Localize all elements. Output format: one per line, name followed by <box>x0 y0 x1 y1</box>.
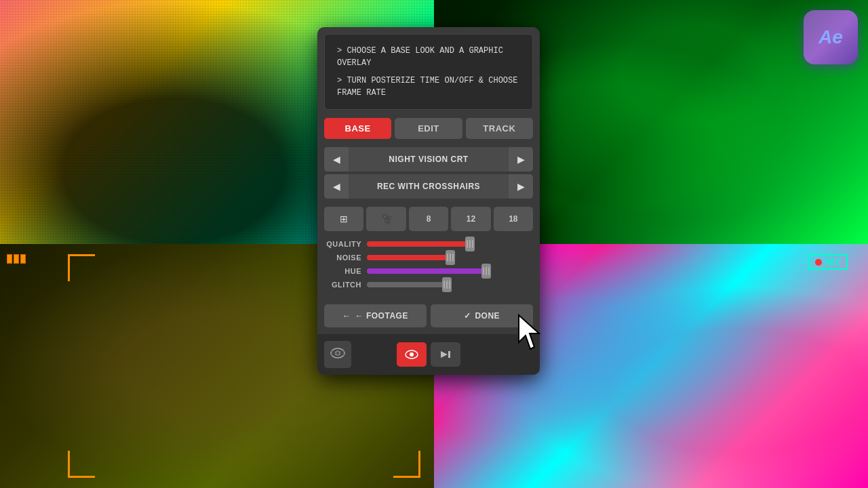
done-button[interactable]: ✓ DONE <box>431 304 533 327</box>
done-check-icon: ✓ <box>464 311 471 321</box>
slider-track-glitch[interactable] <box>367 282 533 287</box>
footage-arrow-icon: ← <box>342 311 351 321</box>
tab-edit[interactable]: EDIT <box>395 118 462 139</box>
slider-row-noise: NOISE <box>324 253 533 262</box>
instruction-line-2: > TURN POSTERIZE TIME ON/OFF & CHOOSE FR… <box>337 75 520 99</box>
done-label: DONE <box>475 311 500 321</box>
rec-label: REC <box>825 257 841 267</box>
tab-track[interactable]: TRACK <box>466 118 533 139</box>
preview-button[interactable] <box>397 342 427 367</box>
frame-corner-tl <box>68 254 95 281</box>
framerate-18-button[interactable]: 18 <box>494 207 533 231</box>
slider-row-hue: HUE <box>324 267 533 275</box>
svg-point-7 <box>410 352 414 357</box>
bottom-action-buttons: ← ← FOOTAGE ✓ DONE <box>317 301 540 334</box>
panel: > CHOOSE A BASE LOOK AND A GRAPHIC OVERL… <box>317 27 540 375</box>
slider-row-glitch: GLITCH <box>324 281 533 289</box>
skip-button[interactable] <box>431 342 460 367</box>
rec-indicator: REC <box>808 254 848 270</box>
camera-icon: 🎥 <box>380 214 392 224</box>
selector-label-2: REC WITH CROSSHAIRS <box>349 182 509 191</box>
battery-indicator <box>7 254 26 264</box>
svg-rect-9 <box>448 351 450 358</box>
slider-track-hue[interactable] <box>367 268 533 274</box>
slider-label-glitch: GLITCH <box>324 281 361 289</box>
selector-next-2[interactable]: ▶ <box>509 174 533 199</box>
footage-button[interactable]: ← ← FOOTAGE <box>324 304 427 327</box>
visibility-toggle-button[interactable] <box>324 341 351 368</box>
grid-icon-button[interactable]: ⊞ <box>324 207 363 231</box>
sliders-section: QUALITY NOISE <box>317 237 540 301</box>
playback-controls <box>397 342 460 367</box>
footage-label: ← FOOTAGE <box>355 311 408 321</box>
slider-row-quality: QUALITY <box>324 240 533 248</box>
camera-icon-button[interactable]: 🎥 <box>366 207 406 231</box>
frame-corner-bl <box>68 451 95 478</box>
selector-next-1[interactable]: ▶ <box>509 147 533 171</box>
selector-prev-2[interactable]: ◀ <box>324 174 349 199</box>
instructions-box: > CHOOSE A BASE LOOK AND A GRAPHIC OVERL… <box>324 34 533 110</box>
framerate-8-button[interactable]: 8 <box>409 207 448 231</box>
tab-base[interactable]: BASE <box>324 118 391 139</box>
eye-icon <box>330 348 345 362</box>
slider-track-quality[interactable] <box>367 241 533 247</box>
svg-marker-8 <box>441 351 448 358</box>
icon-button-row: ⊞ 🎥 8 12 18 <box>317 201 540 237</box>
framerate-12-button[interactable]: 12 <box>451 207 490 231</box>
footer-controls <box>317 334 540 375</box>
slider-label-hue: HUE <box>324 267 361 275</box>
slider-track-noise[interactable] <box>367 255 533 260</box>
instruction-line-1: > CHOOSE A BASE LOOK AND A GRAPHIC OVERL… <box>337 45 520 69</box>
slider-label-noise: NOISE <box>324 253 361 262</box>
ae-icon: Ae <box>804 10 858 64</box>
tab-bar: BASE EDIT TRACK <box>317 110 540 144</box>
frame-corner-br <box>393 451 420 478</box>
selector-base-look: ◀ NIGHT VISION CRT ▶ <box>324 147 533 171</box>
selector-label-1: NIGHT VISION CRT <box>349 155 509 164</box>
grid-icon: ⊞ <box>340 214 348 224</box>
rec-dot <box>815 259 822 266</box>
selector-overlay: ◀ REC WITH CROSSHAIRS ▶ <box>324 174 533 199</box>
selector-prev-1[interactable]: ◀ <box>324 147 349 171</box>
slider-label-quality: QUALITY <box>324 240 361 248</box>
